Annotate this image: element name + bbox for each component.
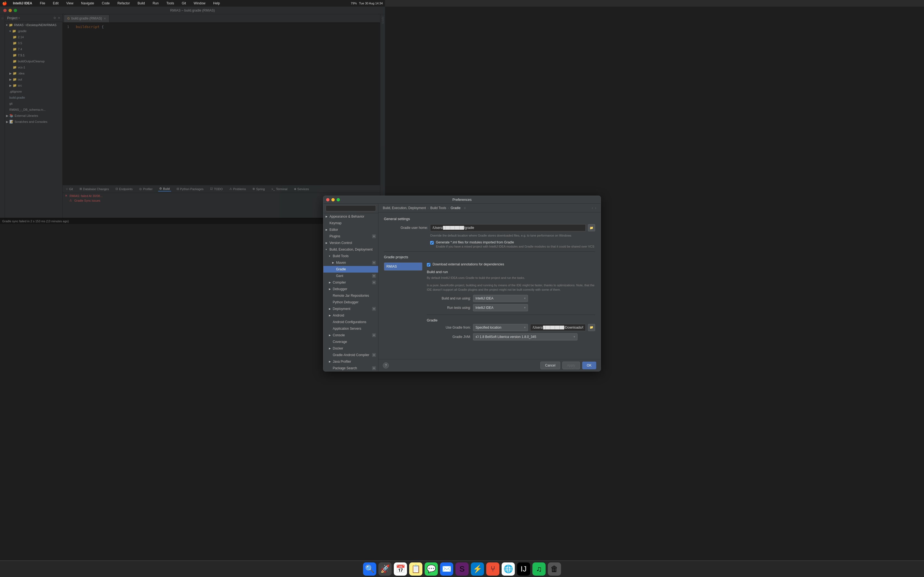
gradle-user-home-row: Gradle user home: 📁 [384, 224, 385, 231]
menubar: 🍎 IntelliJ IDEA File Edit View Navigate … [0, 0, 385, 6]
dialog-controls [326, 198, 340, 201]
menu-run[interactable]: Run [151, 1, 160, 5]
section-general-title: General settings [384, 217, 385, 221]
dialog-search-container [323, 204, 378, 213]
menu-file[interactable]: File [38, 1, 47, 5]
nav-item-appearance[interactable]: ▶ Appearance & Behavior [323, 213, 378, 220]
arrow-icon-editor: ▶ [326, 228, 328, 231]
nav-label-editor: Editor [330, 228, 338, 232]
menubar-right: 79% Tue 30 Aug 14:34 [351, 2, 383, 5]
battery-status: 79% [351, 2, 357, 5]
dialog-close-button[interactable] [326, 198, 330, 201]
menu-code[interactable]: Code [100, 1, 111, 5]
menu-tools[interactable]: Tools [165, 1, 176, 5]
menu-window[interactable]: Window [192, 1, 207, 5]
nav-label-keymap: Keymap [330, 221, 342, 225]
breadcrumb-part1[interactable]: Build, Execution, Deployment [383, 206, 385, 210]
dialog-min-button[interactable] [331, 198, 335, 201]
nav-item-editor[interactable]: ▶ Editor [323, 226, 378, 233]
preferences-dialog: Preferences ▶ Appearance & Behavior Keym… [323, 196, 385, 240]
preferences-dialog-overlay: Preferences ▶ Appearance & Behavior Keym… [0, 6, 385, 240]
nav-item-plugins[interactable]: Plugins ≡ [323, 233, 378, 240]
apple-menu[interactable]: 🍎 [2, 1, 7, 5]
menu-build[interactable]: Build [136, 1, 147, 5]
arrow-icon-appearance: ▶ [326, 215, 328, 218]
dialog-titlebar: Preferences [323, 196, 385, 204]
dialog-content-panel: Build, Execution, Deployment › Build Too… [378, 204, 385, 240]
dialog-breadcrumb: Build, Execution, Deployment › Build Too… [378, 204, 385, 213]
menu-help[interactable]: Help [212, 1, 222, 5]
nav-item-vcs[interactable]: ▶ Version Control [323, 240, 378, 240]
menu-refactor[interactable]: Refactor [116, 1, 131, 5]
nav-item-keymap[interactable]: Keymap [323, 220, 378, 226]
dialog-search-input[interactable] [326, 205, 376, 211]
badge-plugins: ≡ [372, 234, 376, 238]
nav-label-appearance: Appearance & Behavior [330, 214, 364, 218]
menu-navigate[interactable]: Navigate [79, 1, 96, 5]
dialog-nav: ▶ Appearance & Behavior Keymap ▶ Editor … [323, 204, 378, 240]
datetime: Tue 30 Aug 14:34 [359, 2, 383, 5]
nav-label-plugins: Plugins [330, 234, 340, 238]
menu-view[interactable]: View [65, 1, 75, 5]
gradle-user-home-label: Gradle user home: [384, 226, 385, 230]
menu-git[interactable]: Git [180, 1, 187, 5]
menu-appname[interactable]: IntelliJ IDEA [11, 1, 34, 5]
menu-edit[interactable]: Edit [51, 1, 60, 5]
dialog-max-button[interactable] [337, 198, 340, 201]
dialog-main: General settings Gradle user home: 📁 Ove… [378, 213, 385, 240]
dialog-body: ▶ Appearance & Behavior Keymap ▶ Editor … [323, 204, 385, 240]
